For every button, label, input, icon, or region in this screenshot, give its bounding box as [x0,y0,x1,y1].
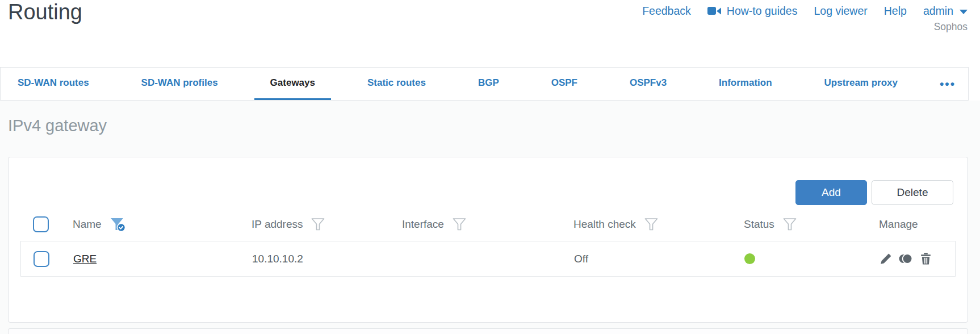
help-link[interactable]: Help [884,5,907,18]
name-filter-active-icon[interactable] [110,216,127,232]
add-button[interactable]: Add [795,180,867,205]
tab-gateways[interactable]: Gateways [254,68,331,100]
gateway-name-link[interactable]: GRE [73,253,97,265]
tab-overflow-button[interactable]: ••• [934,77,961,91]
tab-sdwan-profiles[interactable]: SD-WAN profiles [125,68,234,100]
log-viewer-link[interactable]: Log viewer [814,5,867,18]
feedback-link[interactable]: Feedback [642,5,691,18]
health-check-filter-icon[interactable] [644,217,659,232]
clone-icon[interactable] [899,252,913,265]
header-links: Feedback How-to guides Log viewer Help a… [642,5,968,18]
manage-cell [870,252,956,265]
brand-label: Sophos [934,21,968,33]
next-section-edge [8,328,968,334]
interface-filter-icon[interactable] [452,217,467,232]
user-menu[interactable]: admin [923,5,968,18]
tab-upstream-proxy[interactable]: Upstream proxy [809,68,914,100]
select-all-checkbox[interactable] [33,216,49,232]
delete-icon[interactable] [919,252,932,265]
table-row: GRE 10.10.10.2 Off [21,241,955,276]
tab-ospfv3[interactable]: OSPFv3 [614,68,682,100]
ipv4-gateway-panel: Add Delete Name IP address [8,157,968,323]
ip-address-filter-icon[interactable] [311,217,325,232]
delete-button[interactable]: Delete [872,180,953,205]
tab-sdwan-routes[interactable]: SD-WAN routes [2,68,105,100]
column-header-ip-address: IP address [252,218,303,231]
section-heading: IPv4 gateway [8,116,107,135]
status-filter-icon[interactable] [782,217,797,232]
tab-information[interactable]: Information [703,68,788,100]
content-area: IPv4 gateway Add Delete Name [0,101,980,334]
tab-bar: SD-WAN routes SD-WAN profiles Gateways S… [0,67,969,101]
column-header-status: Status [744,218,774,231]
row-checkbox[interactable] [33,251,49,267]
health-check-cell: Off [564,253,735,265]
column-header-health-check: Health check [573,218,636,231]
tab-static-routes[interactable]: Static routes [351,68,442,100]
tab-bgp[interactable]: BGP [462,68,515,100]
howto-guides-label: How-to guides [727,5,798,18]
column-header-interface: Interface [402,218,444,231]
top-bar: Routing Feedback How-to guides Log viewe… [0,0,980,67]
toolbar: Add Delete [795,180,953,205]
table-body: GRE 10.10.10.2 Off [20,241,956,277]
column-header-manage: Manage [879,218,918,231]
status-dot [744,253,755,264]
page-title: Routing [8,0,82,24]
table-header: Name IP address Interface [20,211,956,238]
ip-address-cell: 10.10.10.2 [242,253,393,265]
tab-ospf[interactable]: OSPF [535,68,593,100]
edit-icon[interactable] [880,252,893,265]
column-header-name: Name [73,218,102,231]
chevron-down-icon [960,10,968,14]
user-menu-label: admin [923,5,953,18]
video-camera-icon [707,6,722,16]
howto-guides-link[interactable]: How-to guides [707,5,798,18]
